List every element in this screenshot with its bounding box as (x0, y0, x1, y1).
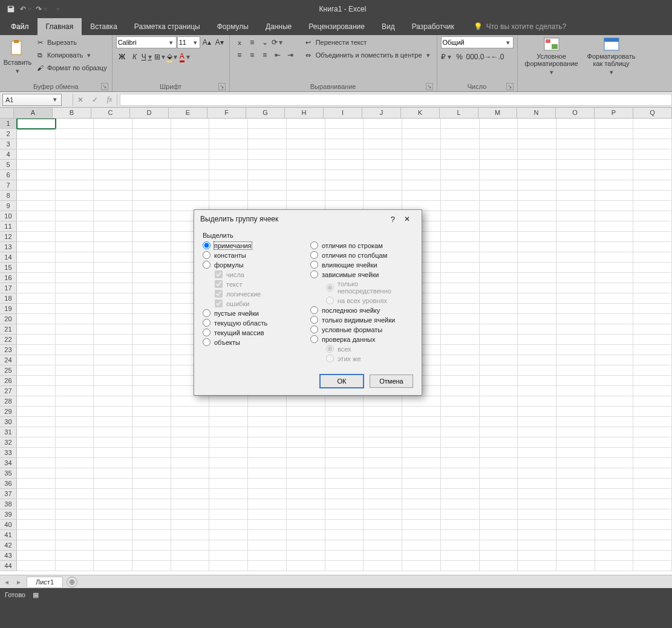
cell[interactable] (595, 396, 634, 407)
row-header[interactable]: 7 (0, 180, 17, 191)
cell[interactable] (633, 499, 672, 509)
cell[interactable] (17, 160, 56, 170)
column-header[interactable]: M (478, 108, 517, 118)
row-header[interactable]: 11 (0, 221, 17, 232)
cell[interactable] (17, 448, 56, 458)
cell[interactable] (364, 540, 402, 551)
cell[interactable] (518, 509, 556, 520)
cell[interactable] (518, 273, 556, 283)
cell[interactable] (556, 376, 595, 386)
cell[interactable] (209, 191, 248, 201)
cell[interactable] (248, 427, 287, 437)
comma-icon[interactable]: 000 (466, 51, 478, 63)
cell[interactable] (402, 180, 441, 191)
cell[interactable] (595, 376, 634, 386)
column-header[interactable]: K (401, 108, 440, 118)
align-center-icon[interactable]: ≡ (246, 49, 258, 61)
cell[interactable] (556, 468, 595, 479)
cell[interactable] (441, 314, 480, 324)
cell[interactable] (556, 540, 595, 551)
italic-button[interactable]: К (129, 51, 141, 63)
cell[interactable] (94, 191, 132, 201)
cell[interactable] (441, 509, 480, 520)
cell[interactable] (94, 263, 132, 273)
column-header[interactable]: E (169, 108, 207, 118)
cell[interactable] (556, 252, 595, 263)
cell[interactable] (364, 129, 402, 139)
cell[interactable] (325, 129, 364, 139)
cell[interactable] (518, 489, 556, 499)
cell[interactable] (364, 437, 402, 448)
cell[interactable] (94, 530, 132, 540)
cell[interactable] (132, 160, 171, 170)
cell[interactable] (518, 119, 556, 129)
cell[interactable] (595, 365, 634, 376)
cell[interactable] (56, 211, 94, 221)
cell[interactable] (17, 355, 56, 365)
cell[interactable] (287, 520, 325, 530)
cell[interactable] (441, 232, 480, 242)
row-header[interactable]: 35 (0, 468, 17, 479)
row-header[interactable]: 31 (0, 427, 17, 437)
number-launcher[interactable]: ↘ (506, 83, 514, 90)
cell[interactable] (556, 499, 595, 509)
cell[interactable] (325, 139, 364, 149)
cell[interactable] (325, 160, 364, 170)
underline-button[interactable]: Ч▾ (142, 51, 154, 63)
cell[interactable] (248, 149, 287, 160)
cell[interactable] (480, 376, 518, 386)
row-header[interactable]: 33 (0, 448, 17, 458)
cell[interactable] (171, 479, 210, 489)
cell[interactable] (17, 530, 56, 540)
row-header[interactable]: 1 (0, 119, 17, 129)
cell[interactable] (248, 561, 287, 571)
cell[interactable] (94, 437, 132, 448)
cell[interactable] (132, 324, 171, 335)
cell[interactable] (94, 365, 132, 376)
cell[interactable] (556, 437, 595, 448)
cell[interactable] (633, 314, 672, 324)
cell[interactable] (633, 304, 672, 314)
radio-row-differences[interactable]: отличия по строкам (310, 241, 413, 249)
row-header[interactable]: 6 (0, 170, 17, 180)
cell[interactable] (171, 149, 210, 160)
cell[interactable] (633, 293, 672, 304)
cell[interactable] (56, 263, 94, 273)
cell[interactable] (94, 201, 132, 211)
cell[interactable] (94, 119, 132, 129)
cell[interactable] (595, 540, 634, 551)
number-format-combo[interactable]: ▾ (441, 36, 514, 48)
cell[interactable] (209, 551, 248, 561)
row-header[interactable]: 22 (0, 335, 17, 345)
cell[interactable] (132, 119, 171, 129)
cell[interactable] (56, 396, 94, 407)
cell[interactable] (209, 530, 248, 540)
cell[interactable] (595, 232, 634, 242)
cell[interactable] (518, 468, 556, 479)
cell[interactable] (556, 479, 595, 489)
cell[interactable] (94, 160, 132, 170)
cell[interactable] (248, 468, 287, 479)
cell[interactable] (595, 407, 634, 417)
cell[interactable] (132, 129, 171, 139)
column-header[interactable]: A (14, 108, 53, 118)
cell[interactable] (633, 458, 672, 468)
cell[interactable] (402, 509, 441, 520)
cell[interactable] (556, 458, 595, 468)
cell[interactable] (480, 201, 518, 211)
cell[interactable] (518, 252, 556, 263)
cell[interactable] (94, 221, 132, 232)
cell[interactable] (633, 324, 672, 335)
cell[interactable] (94, 479, 132, 489)
row-header[interactable]: 16 (0, 273, 17, 283)
cell[interactable] (480, 489, 518, 499)
cell[interactable] (402, 468, 441, 479)
cell[interactable] (209, 448, 248, 458)
column-header[interactable]: N (517, 108, 556, 118)
cell[interactable] (248, 407, 287, 417)
cell[interactable] (17, 211, 56, 221)
cell[interactable] (132, 211, 171, 221)
cell[interactable] (94, 386, 132, 396)
cell[interactable] (441, 191, 480, 201)
cell[interactable] (94, 345, 132, 355)
